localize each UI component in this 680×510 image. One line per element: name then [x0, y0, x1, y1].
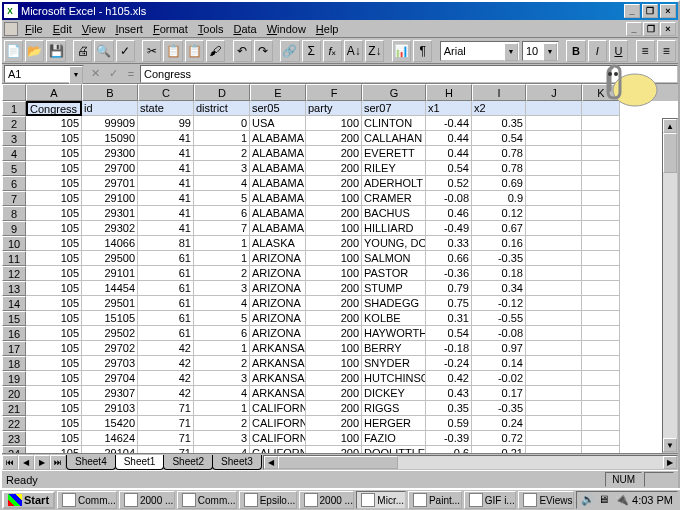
- taskbar-app-button[interactable]: Comm...: [177, 491, 237, 509]
- cell[interactable]: 5: [194, 311, 250, 326]
- cell[interactable]: 4: [194, 176, 250, 191]
- cell[interactable]: state: [138, 101, 194, 116]
- cell[interactable]: 0.14: [472, 356, 526, 371]
- cell[interactable]: 200: [306, 236, 362, 251]
- scroll-down-button[interactable]: ▼: [663, 438, 677, 452]
- cell[interactable]: 1: [194, 251, 250, 266]
- cell[interactable]: 7: [194, 221, 250, 236]
- paste-button[interactable]: 📋: [185, 40, 204, 62]
- align-center-button[interactable]: ≡: [657, 40, 676, 62]
- cell[interactable]: 14066: [82, 236, 138, 251]
- sort-desc-button[interactable]: Z↓: [365, 40, 384, 62]
- scroll-left-button[interactable]: ◀: [264, 456, 278, 469]
- drawing-button[interactable]: ¶: [413, 40, 432, 62]
- cell[interactable]: SALMON: [362, 251, 426, 266]
- row-header[interactable]: 21: [2, 401, 26, 416]
- system-tray[interactable]: 🔊 🖥 🔌 4:03 PM: [576, 491, 678, 509]
- cell[interactable]: 200: [306, 146, 362, 161]
- cell[interactable]: 105: [26, 161, 82, 176]
- cell[interactable]: DICKEY: [362, 386, 426, 401]
- minimize-button[interactable]: _: [624, 4, 640, 18]
- cell[interactable]: KOLBE: [362, 311, 426, 326]
- cell[interactable]: 0.67: [472, 221, 526, 236]
- cell[interactable]: [526, 191, 582, 206]
- cell[interactable]: 105: [26, 146, 82, 161]
- cell[interactable]: 105: [26, 191, 82, 206]
- maximize-button[interactable]: ❐: [642, 4, 658, 18]
- cell[interactable]: 0.18: [472, 266, 526, 281]
- cell[interactable]: party: [306, 101, 362, 116]
- cell[interactable]: 41: [138, 221, 194, 236]
- select-all-corner[interactable]: [2, 84, 26, 101]
- cell[interactable]: 2: [194, 266, 250, 281]
- cell[interactable]: district: [194, 101, 250, 116]
- format-painter-button[interactable]: 🖌: [206, 40, 225, 62]
- cell[interactable]: [526, 131, 582, 146]
- cell[interactable]: 200: [306, 401, 362, 416]
- cell[interactable]: 0.69: [472, 176, 526, 191]
- col-header-C[interactable]: C: [138, 84, 194, 101]
- autosum-button[interactable]: Σ: [302, 40, 321, 62]
- cell[interactable]: ARKANSAS: [250, 371, 306, 386]
- cell[interactable]: [526, 221, 582, 236]
- cell[interactable]: [582, 386, 620, 401]
- cell[interactable]: CRAMER: [362, 191, 426, 206]
- cell[interactable]: 0.35: [472, 116, 526, 131]
- cell[interactable]: [582, 446, 620, 453]
- cell[interactable]: 29502: [82, 326, 138, 341]
- row-header[interactable]: 17: [2, 341, 26, 356]
- row-header[interactable]: 1: [2, 101, 26, 116]
- cell[interactable]: ARKANSAS: [250, 341, 306, 356]
- cell[interactable]: 3: [194, 371, 250, 386]
- row-header[interactable]: 15: [2, 311, 26, 326]
- cell[interactable]: 29307: [82, 386, 138, 401]
- col-header-J[interactable]: J: [526, 84, 582, 101]
- cell[interactable]: Congress: [26, 101, 82, 116]
- cell[interactable]: -0.08: [472, 326, 526, 341]
- cell[interactable]: [526, 416, 582, 431]
- cell[interactable]: 4: [194, 446, 250, 453]
- cell[interactable]: [582, 161, 620, 176]
- row-header[interactable]: 12: [2, 266, 26, 281]
- cell[interactable]: [526, 176, 582, 191]
- cell[interactable]: 41: [138, 161, 194, 176]
- cell[interactable]: 14624: [82, 431, 138, 446]
- cell[interactable]: [526, 281, 582, 296]
- cell[interactable]: 0.34: [472, 281, 526, 296]
- cell[interactable]: 42: [138, 341, 194, 356]
- cell[interactable]: -0.55: [472, 311, 526, 326]
- row-header[interactable]: 11: [2, 251, 26, 266]
- cell[interactable]: -0.49: [426, 221, 472, 236]
- cell[interactable]: 1: [194, 341, 250, 356]
- function-button[interactable]: fₓ: [323, 40, 342, 62]
- cell[interactable]: [582, 416, 620, 431]
- cell[interactable]: [582, 206, 620, 221]
- cell[interactable]: 0.24: [472, 416, 526, 431]
- cell[interactable]: [526, 266, 582, 281]
- cell[interactable]: 0.75: [426, 296, 472, 311]
- row-header[interactable]: 7: [2, 191, 26, 206]
- bold-button[interactable]: B: [566, 40, 585, 62]
- menu-window[interactable]: Window: [262, 22, 311, 36]
- cell[interactable]: 105: [26, 236, 82, 251]
- cell[interactable]: ARKANSAS: [250, 386, 306, 401]
- workbook-icon[interactable]: [4, 22, 18, 36]
- cell[interactable]: [582, 116, 620, 131]
- prev-sheet-button[interactable]: ◀: [18, 455, 34, 470]
- cell[interactable]: 0.78: [472, 146, 526, 161]
- cell[interactable]: ALASKA: [250, 236, 306, 251]
- cell[interactable]: [526, 116, 582, 131]
- cell[interactable]: 200: [306, 206, 362, 221]
- cell[interactable]: [526, 446, 582, 453]
- underline-button[interactable]: U: [609, 40, 628, 62]
- cell[interactable]: ALABAMA: [250, 131, 306, 146]
- col-header-E[interactable]: E: [250, 84, 306, 101]
- print-button[interactable]: 🖨: [73, 40, 92, 62]
- cell[interactable]: 100: [306, 191, 362, 206]
- cell[interactable]: USA: [250, 116, 306, 131]
- cell[interactable]: [526, 371, 582, 386]
- cell[interactable]: 41: [138, 146, 194, 161]
- cell[interactable]: 200: [306, 176, 362, 191]
- cell[interactable]: ALABAMA: [250, 206, 306, 221]
- cell[interactable]: 105: [26, 311, 82, 326]
